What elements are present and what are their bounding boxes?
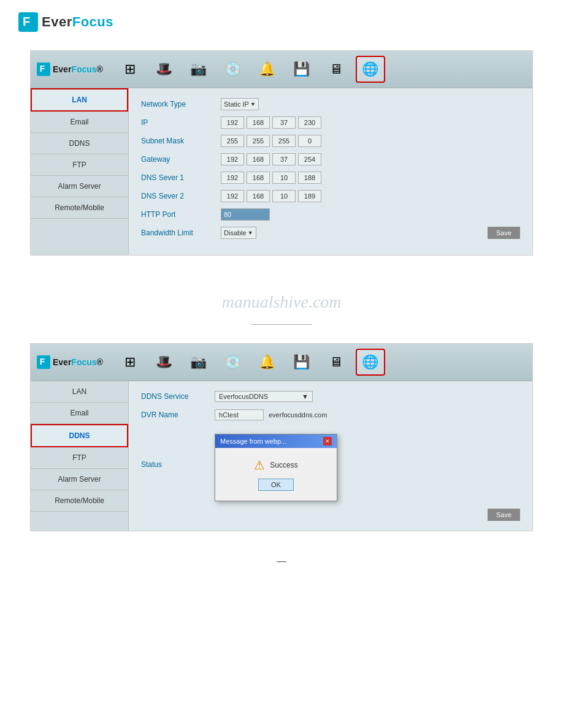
sidebar-item-lan[interactable]: LAN (31, 88, 128, 112)
subnet-octet-1[interactable]: 255 (221, 135, 244, 147)
save-button-1[interactable]: Save (488, 227, 520, 239)
toolbar-display-btn[interactable]: 🖥 (321, 56, 351, 83)
toolbar-icons-2: ⊞ 🎩 📷 💿 🔔 💾 🖥 🌐 (115, 349, 526, 376)
toolbar-magic-btn-2[interactable]: 🎩 (150, 349, 179, 376)
dns2-octet-2[interactable]: 168 (247, 190, 270, 202)
toolbar-magic-btn[interactable]: 🎩 (150, 56, 179, 83)
sidebar-item-ddns[interactable]: DDNS (31, 133, 128, 154)
ip-row: IP 192 168 37 230 (141, 116, 520, 129)
toolbar-logo-icon-2: F (37, 355, 50, 369)
everfocus-logo-icon: F (18, 12, 38, 32)
gateway-octet-4[interactable]: 254 (298, 153, 321, 165)
bandwidth-row: Bandwidth Limit Disable ▼ Save (141, 227, 520, 239)
dialog-title-bar: Message from webp... ✕ (215, 434, 337, 448)
toolbar-logo-text-1: EverFocus® (53, 64, 103, 74)
toolbar-logo-icon-1: F (37, 63, 50, 76)
toolbar-disc-btn[interactable]: 💿 (218, 56, 248, 83)
dialog-title-text: Message from webp... (220, 438, 286, 445)
dialog-message-text: Success (270, 461, 297, 469)
toolbar-network-btn-2[interactable]: 🌐 (356, 349, 385, 376)
sidebar-2-item-ftp[interactable]: FTP (31, 447, 128, 469)
lan-content: Network Type Static IP ▼ IP 192 168 37 2… (129, 88, 532, 255)
gateway-octet-2[interactable]: 168 (247, 153, 270, 165)
toolbar-camera-btn-2[interactable]: 📷 (184, 349, 213, 376)
dvr-name-row: DVR Name hCtest everfocusddns.com (141, 409, 520, 420)
ddns-service-select[interactable]: EverfocusDDNS ▼ (215, 391, 313, 402)
ip-octet-2[interactable]: 168 (247, 116, 270, 129)
dialog-close-button[interactable]: ✕ (323, 437, 332, 446)
toolbar-hdd-btn-2[interactable]: 💾 (287, 349, 316, 376)
svg-text:F: F (40, 357, 45, 366)
sidebar-item-email[interactable]: Email (31, 112, 128, 133)
network-type-text: Static IP (224, 100, 249, 108)
network-icon: 🌐 (362, 61, 378, 77)
toolbar-icons-1: ⊞ 🎩 📷 💿 🔔 💾 🖥 🌐 (115, 56, 526, 83)
subnet-row: Subnet Mask 255 255 255 0 (141, 135, 520, 147)
bandwidth-select[interactable]: Disable ▼ (221, 227, 256, 239)
ip-label: IP (141, 118, 221, 127)
dns1-row: DNS Sever 1 192 168 10 188 (141, 172, 520, 184)
toolbar-monitor-grid-btn-2[interactable]: ⊞ (115, 349, 145, 376)
toolbar-logo-text-2: EverFocus® (53, 357, 103, 367)
dns1-octet-3[interactable]: 10 (272, 172, 296, 184)
svg-text:F: F (40, 64, 45, 74)
toolbar-alarm-btn[interactable]: 🔔 (253, 56, 282, 83)
network-type-select[interactable]: Static IP ▼ (221, 98, 259, 110)
dialog-warning-icon: ⚠ (254, 458, 265, 472)
toolbar-hdd-btn[interactable]: 💾 (287, 56, 316, 83)
dns1-octet-1[interactable]: 192 (221, 172, 244, 184)
sidebar-2-item-lan[interactable]: LAN (31, 381, 128, 403)
bottom-dash: — (18, 556, 545, 567)
display-icon: 🖥 (329, 61, 343, 77)
http-port-label: HTTP Port (141, 210, 221, 219)
panel-ddns: F EverFocus® ⊞ 🎩 📷 💿 🔔 💾 (30, 343, 533, 531)
dns2-octet-1[interactable]: 192 (221, 190, 244, 202)
ddns-service-row: DDNS Service EverfocusDDNS ▼ (141, 391, 520, 402)
toolbar-network-btn[interactable]: 🌐 (356, 56, 385, 83)
toolbar-display-btn-2[interactable]: 🖥 (321, 349, 351, 376)
dns2-octet-4[interactable]: 189 (298, 190, 321, 202)
gateway-octet-1[interactable]: 192 (221, 153, 244, 165)
bandwidth-label: Bandwidth Limit (141, 229, 221, 237)
sidebar-1: LAN Email DDNS FTP Alarm Server Remote/M… (31, 88, 129, 255)
ip-octet-1[interactable]: 192 (221, 116, 244, 129)
disc-icon: 💿 (224, 61, 241, 77)
sidebar-item-ftp[interactable]: FTP (31, 154, 128, 176)
sidebar-item-alarm-server[interactable]: Alarm Server (31, 176, 128, 197)
network-icon-2: 🌐 (362, 354, 378, 370)
toolbar-monitor-grid-btn[interactable]: ⊞ (115, 56, 145, 83)
http-port-input[interactable]: 80 (221, 208, 270, 221)
sidebar-item-remote-mobile[interactable]: Remote/Mobile (31, 197, 128, 219)
gateway-value: 192 168 37 254 (221, 153, 321, 165)
dns1-octet-2[interactable]: 168 (247, 172, 270, 184)
save-button-2[interactable]: Save (488, 509, 520, 521)
gateway-octet-3[interactable]: 37 (272, 153, 296, 165)
toolbar-1: F EverFocus® ⊞ 🎩 📷 💿 🔔 💾 (31, 51, 532, 88)
subnet-octet-2[interactable]: 255 (247, 135, 270, 147)
ip-octet-4[interactable]: 230 (298, 116, 321, 129)
bandwidth-arrow-icon: ▼ (248, 230, 253, 236)
dns1-value: 192 168 10 188 (221, 172, 321, 184)
dialog-ok-button[interactable]: OK (258, 479, 294, 491)
toolbar-alarm-btn-2[interactable]: 🔔 (253, 349, 282, 376)
sidebar-2-item-ddns[interactable]: DDNS (31, 424, 128, 447)
message-dialog: Message from webp... ✕ ⚠ Success OK (215, 434, 337, 501)
toolbar-camera-btn[interactable]: 📷 (184, 56, 213, 83)
divider-1 (251, 324, 312, 325)
sidebar-2-item-email[interactable]: Email (31, 403, 128, 424)
ip-octet-3[interactable]: 37 (272, 116, 296, 129)
subnet-octet-3[interactable]: 255 (272, 135, 296, 147)
display-icon-2: 🖥 (329, 354, 343, 370)
subnet-octet-4[interactable]: 0 (298, 135, 321, 147)
status-label: Status (141, 460, 215, 469)
sidebar-2-item-remote-mobile[interactable]: Remote/Mobile (31, 490, 128, 512)
dns1-octet-4[interactable]: 188 (298, 172, 321, 184)
ddns-main-content: DDNS Service EverfocusDDNS ▼ DVR Name hC… (129, 381, 532, 531)
dns1-label: DNS Sever 1 (141, 173, 221, 182)
dvr-name-input[interactable]: hCtest (215, 409, 264, 420)
toolbar-disc-btn-2[interactable]: 💿 (218, 349, 248, 376)
ddns-service-arrow-icon: ▼ (302, 393, 308, 400)
dns2-octet-3[interactable]: 10 (272, 190, 296, 202)
sidebar-2-item-alarm-server[interactable]: Alarm Server (31, 469, 128, 490)
gateway-label: Gateway (141, 155, 221, 164)
